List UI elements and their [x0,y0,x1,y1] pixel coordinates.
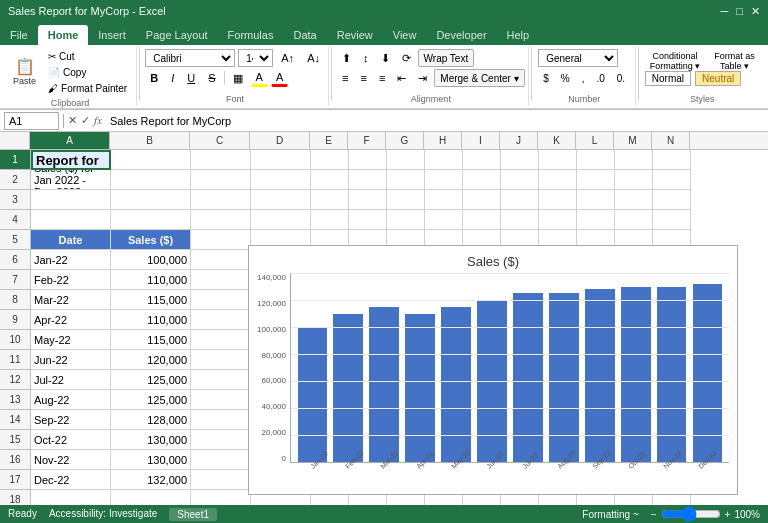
merge-center-btn[interactable]: Merge & Center ▾ [434,69,524,87]
row-header-16[interactable]: 16 [0,450,30,470]
cell-I2[interactable] [463,170,501,190]
italic-btn[interactable]: I [166,69,179,87]
cell-C3[interactable] [191,190,251,210]
tab-view[interactable]: View [383,25,427,45]
cell-K4[interactable] [539,210,577,230]
cut-button[interactable]: ✂ Cut [43,49,132,64]
cell-A12[interactable]: Jul-22 [31,370,111,390]
cell-C17[interactable] [191,470,251,490]
fill-color-btn[interactable]: A [251,69,268,87]
cell-C1[interactable] [191,150,251,170]
normal-style-btn[interactable]: Normal [645,71,691,86]
cell-C2[interactable] [191,170,251,190]
cell-B4[interactable] [111,210,191,230]
row-header-1[interactable]: 1 [0,150,30,170]
decrease-indent-btn[interactable]: ⇤ [392,69,411,87]
paste-button[interactable]: 📋 Paste [8,51,41,95]
cell-C6[interactable] [191,250,251,270]
cell-E2[interactable] [311,170,349,190]
cell-A2[interactable]: Sales ($) for Jan 2022 - Dec 2022 [31,170,111,190]
tab-formulas[interactable]: Formulas [218,25,284,45]
cell-G2[interactable] [387,170,425,190]
text-angle-btn[interactable]: ⟳ [397,49,416,67]
tab-review[interactable]: Review [327,25,383,45]
cell-B1[interactable] [111,150,191,170]
tab-file[interactable]: File [0,25,38,45]
col-header-B[interactable]: B [110,132,190,149]
cell-K3[interactable] [539,190,577,210]
align-center-btn[interactable]: ≡ [355,69,371,87]
wrap-text-btn[interactable]: Wrap Text [418,49,475,67]
decrease-decimal-btn[interactable]: 0. [612,69,630,87]
cell-J2[interactable] [501,170,539,190]
format-as-table-btn[interactable]: Format asTable ▾ [709,49,760,67]
align-left-btn[interactable]: ≡ [337,69,353,87]
row-header-12[interactable]: 12 [0,370,30,390]
cell-I3[interactable] [463,190,501,210]
insert-function-icon[interactable]: 𝑓𝑥 [94,114,102,127]
row-header-6[interactable]: 6 [0,250,30,270]
cell-K2[interactable] [539,170,577,190]
cell-C7[interactable] [191,270,251,290]
font-size-select[interactable]: 14 [238,49,273,67]
cell-J3[interactable] [501,190,539,210]
cell-A14[interactable]: Sep-22 [31,410,111,430]
align-right-btn[interactable]: ≡ [374,69,390,87]
row-header-4[interactable]: 4 [0,210,30,230]
cell-B11[interactable]: 120,000 [111,350,191,370]
cell-B8[interactable]: 115,000 [111,290,191,310]
cell-C10[interactable] [191,330,251,350]
zoom-in-icon[interactable]: + [725,509,731,520]
align-middle-btn[interactable]: ↕ [358,49,374,67]
increase-indent-btn[interactable]: ⇥ [413,69,432,87]
cell-A17[interactable]: Dec-22 [31,470,111,490]
row-header-9[interactable]: 9 [0,310,30,330]
row-header-11[interactable]: 11 [0,350,30,370]
cell-G1[interactable] [387,150,425,170]
row-header-10[interactable]: 10 [0,330,30,350]
cell-C5[interactable] [191,230,251,250]
font-color-btn[interactable]: A [271,69,288,87]
col-header-C[interactable]: C [190,132,250,149]
cell-B10[interactable]: 115,000 [111,330,191,350]
row-header-17[interactable]: 17 [0,470,30,490]
cell-N4[interactable] [653,210,691,230]
cell-E1[interactable] [311,150,349,170]
cell-G3[interactable] [387,190,425,210]
cell-H1[interactable] [425,150,463,170]
cell-C14[interactable] [191,410,251,430]
tab-developer[interactable]: Developer [426,25,496,45]
cell-I4[interactable] [463,210,501,230]
cell-F1[interactable] [349,150,387,170]
zoom-out-icon[interactable]: − [651,509,657,520]
col-header-K[interactable]: K [538,132,576,149]
col-header-G[interactable]: G [386,132,424,149]
col-header-A[interactable]: A [30,132,110,149]
close-btn[interactable]: ✕ [751,5,760,18]
tab-home[interactable]: Home [38,25,89,45]
cell-F2[interactable] [349,170,387,190]
minimize-btn[interactable]: ─ [721,5,729,18]
cell-N1[interactable] [653,150,691,170]
cell-M1[interactable] [615,150,653,170]
cell-N2[interactable] [653,170,691,190]
row-header-2[interactable]: 2 [0,170,30,190]
cell-A6[interactable]: Jan-22 [31,250,111,270]
cell-E3[interactable] [311,190,349,210]
cell-A13[interactable]: Aug-22 [31,390,111,410]
cell-A5[interactable]: Date [31,230,111,250]
formula-input[interactable] [106,114,764,128]
cell-D2[interactable] [251,170,311,190]
tab-pagelayout[interactable]: Page Layout [136,25,218,45]
cell-D4[interactable] [251,210,311,230]
strikethrough-btn[interactable]: S [203,69,220,87]
cell-C4[interactable] [191,210,251,230]
cell-B9[interactable]: 110,000 [111,310,191,330]
col-header-H[interactable]: H [424,132,462,149]
number-format-select[interactable]: General [538,49,618,67]
cell-A16[interactable]: Nov-22 [31,450,111,470]
cell-H3[interactable] [425,190,463,210]
bold-btn[interactable]: B [145,69,163,87]
underline-btn[interactable]: U [182,69,200,87]
cell-N3[interactable] [653,190,691,210]
